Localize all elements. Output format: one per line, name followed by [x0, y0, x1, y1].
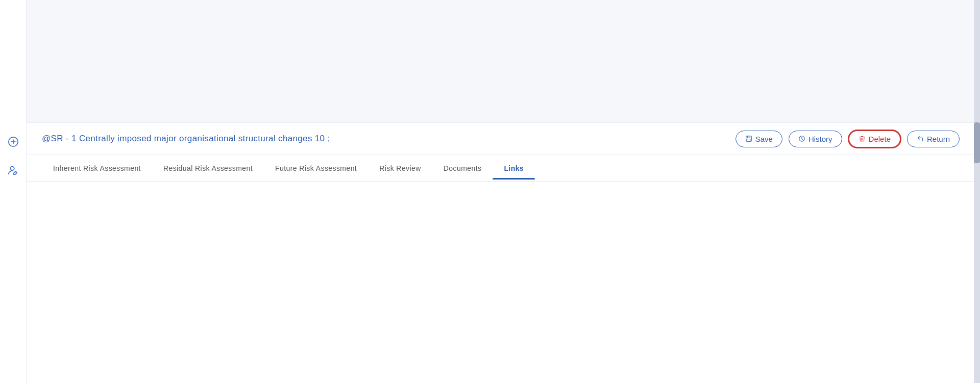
save-button[interactable]: Save	[736, 131, 782, 147]
history-button[interactable]: History	[789, 131, 842, 147]
save-label: Save	[755, 135, 773, 143]
tab-residual-risk[interactable]: Residual Risk Assessment	[152, 157, 264, 180]
tab-future-risk[interactable]: Future Risk Assessment	[264, 157, 368, 180]
page-title: @SR - 1 Centrally imposed major organisa…	[42, 134, 330, 144]
scrollbar-track[interactable]	[974, 0, 980, 383]
sidebar	[0, 0, 27, 383]
user-edit-button[interactable]	[4, 161, 22, 180]
svg-point-3	[10, 167, 14, 170]
header-bar: @SR - 1 Centrally imposed major organisa…	[27, 122, 980, 155]
tabs-bar: Inherent Risk Assessment Residual Risk A…	[27, 155, 980, 182]
tab-inherent-risk[interactable]: Inherent Risk Assessment	[42, 157, 152, 180]
tab-links[interactable]: Links	[493, 157, 535, 180]
svg-rect-6	[747, 139, 751, 141]
history-icon	[798, 135, 805, 142]
return-icon	[917, 135, 924, 142]
action-buttons: Save History	[736, 130, 960, 148]
top-area	[27, 0, 980, 122]
return-button[interactable]: Return	[907, 131, 960, 147]
tab-documents[interactable]: Documents	[432, 157, 493, 180]
delete-label: Delete	[869, 135, 891, 143]
save-icon	[745, 135, 752, 142]
scrollbar-thumb[interactable]	[974, 122, 980, 163]
return-label: Return	[927, 135, 950, 143]
delete-button[interactable]: Delete	[848, 130, 901, 148]
add-button[interactable]	[4, 133, 22, 151]
history-label: History	[808, 135, 832, 143]
content-area	[27, 182, 980, 383]
delete-icon	[859, 135, 866, 142]
tab-risk-review[interactable]: Risk Review	[368, 157, 432, 180]
